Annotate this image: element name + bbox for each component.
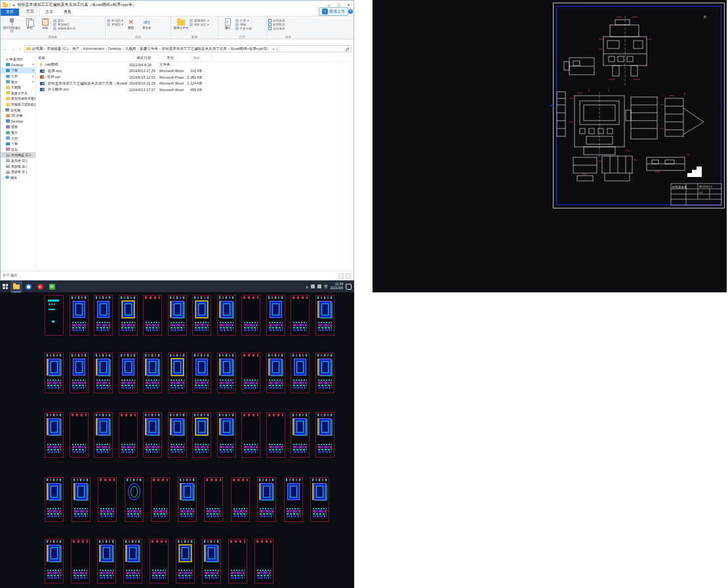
tab-home[interactable]: 主页 [20,7,40,16]
drawing-thumbnail[interactable] [217,295,236,336]
breadcrumb-item[interactable]: 此电脑 [32,47,43,50]
drawing-thumbnail[interactable] [228,539,247,583]
drawing-thumbnail[interactable] [123,539,142,583]
properties-button[interactable]: ✓ 属性 [220,18,235,29]
drawing-thumbnail[interactable] [168,295,187,336]
tab-share[interactable]: 共享 [40,9,58,16]
sidebar-item-智能双刃切割机床图[interactable]: 智能双刃切割机床图 [1,102,35,108]
drawing-thumbnail[interactable] [45,295,64,336]
drawing-thumbnail[interactable] [168,353,187,393]
open-button[interactable]: 打开▾ [235,19,252,22]
breadcrumb-item[interactable]: 本地磁盘 (C:) [47,47,68,50]
drawing-thumbnail[interactable] [266,353,285,393]
drawing-thumbnail[interactable] [119,353,138,393]
drawing-thumbnail[interactable] [45,477,64,522]
drawing-thumbnail[interactable] [70,295,89,336]
sidebar-section-快速访问[interactable]: ⌄★快速访问 [1,56,35,62]
drawing-thumbnail[interactable] [119,295,138,336]
drawing-thumbnail[interactable] [143,412,162,458]
quick-access-toolbar[interactable]: |▾ [10,3,15,7]
breadcrumb-item[interactable]: 新建文件夹 [140,47,158,50]
sidebar-item-视频[interactable]: 视频 [1,124,35,130]
sidebar-item-文档[interactable]: 文档 [1,135,35,141]
sidebar-item-黑群晖 (E:)[interactable]: 黑群晖 (E:) [1,163,35,169]
paste-button[interactable]: 粘贴 [37,18,53,29]
sidebar-item-下载[interactable]: 下载 [1,141,35,147]
column-header-size[interactable]: 大小 [191,54,212,61]
drawing-thumbnail[interactable] [284,477,303,522]
netdisk-upload-button[interactable]: ↑ 极速上传 [319,7,348,16]
file-row[interactable]: W软钳盖本体加工工艺编制及夹具加工仿真（有cad图纸+程序+ppt等）.doc2… [36,81,354,87]
drawing-thumbnail[interactable] [98,477,117,522]
drawing-thumbnail[interactable] [70,353,89,393]
file-row[interactable]: W外文翻译.doc2016/6/13 17:27Microsoft Word .… [36,87,354,93]
taskbar-file-explorer[interactable] [10,281,22,292]
tab-file[interactable]: 文件 [1,9,19,16]
drawing-thumbnail[interactable] [310,477,329,522]
sidebar-item-下载[interactable]: 下载 [1,68,35,73]
taskbar-app-green[interactable]: W [46,281,58,292]
sidebar-item-凡载图[interactable]: 凡载图 [1,85,35,90]
history-button[interactable]: 历史记录 [235,27,252,30]
breadcrumb-item[interactable]: Desktop [108,47,121,50]
breadcrumb-item[interactable]: 用户 [72,47,79,50]
drawing-thumbnail[interactable] [119,412,138,458]
sidebar-item-3D 对象[interactable]: 3D 对象 [1,113,35,119]
drawing-thumbnail[interactable] [125,477,144,522]
up-icon[interactable]: ↑ [17,47,23,51]
qat-customize-icon[interactable]: ▾ [13,3,15,7]
drawing-thumbnail[interactable] [204,477,223,522]
drawing-thumbnail[interactable] [71,477,91,522]
notification-center-icon[interactable] [346,284,352,290]
drawing-thumbnail[interactable] [178,477,197,522]
taskbar-app-red[interactable]: e [34,281,46,292]
column-header-date[interactable]: 修改日期 [134,54,165,61]
refresh-icon[interactable]: ⟳ [276,47,278,51]
drawing-thumbnail[interactable] [202,539,221,583]
pin-to-quick-access-button[interactable]: 固定到快速访问 [2,18,22,33]
drawing-thumbnail[interactable] [315,353,334,393]
forward-icon[interactable]: → [10,47,16,51]
start-button[interactable] [0,281,10,292]
sidebar-section-网络[interactable]: ⌄网络 [1,174,35,180]
sidebar-item-黑群晖 (F:)[interactable]: 黑群晖 (F:) [1,169,35,175]
file-row[interactable]: W程序.doc2016/6/13 17:25Microsoft Word ..3… [36,68,354,75]
help-icon[interactable]: ? [348,9,353,14]
drawing-thumbnail[interactable] [315,412,334,458]
drawing-thumbnail[interactable] [150,539,169,583]
drawing-thumbnail[interactable] [151,477,170,522]
sidebar-item-图片[interactable]: 图片 [1,130,35,136]
drawing-thumbnail[interactable] [94,295,113,336]
drawing-thumbnail[interactable] [143,353,162,393]
select-none-button[interactable]: 全部取消 [268,23,285,26]
qat-toggle-icon[interactable]: | [10,3,11,7]
copy-to-button[interactable]: 复制到▾ [107,23,123,26]
address-dropdown-icon[interactable]: ∨ [272,47,275,51]
breadcrumb-item[interactable]: 凡载图 [125,47,136,50]
breadcrumb-item[interactable]: 软钳盖本体加工工艺编制及夹具加工仿真（有cad图纸+程序+ppt等） [162,47,271,50]
easy-access-button[interactable]: 轻松访问▾ [190,23,209,26]
delete-button[interactable]: ✕ 删除 [123,18,139,29]
drawing-thumbnail[interactable] [192,353,211,393]
drawing-thumbnail[interactable] [168,412,187,458]
drawing-thumbnail[interactable] [241,353,260,393]
drawing-thumbnail[interactable] [176,539,195,583]
cut-button[interactable]: 剪切 [53,19,75,22]
drawing-thumbnail[interactable] [217,412,236,458]
drawing-thumbnail[interactable] [266,295,285,336]
sidebar-item-图片[interactable]: 图片 [1,79,35,85]
rename-button[interactable]: ab| 重命名 [139,18,155,29]
sidebar-item-音乐[interactable]: 音乐 [1,147,35,153]
sidebar-item-新建文件夹[interactable]: 新建文件夹 [1,90,35,96]
sidebar-section-此电脑[interactable]: ⌄此电脑 [1,107,35,113]
drawing-thumbnail[interactable] [241,412,260,458]
tray-icon-1[interactable] [311,284,315,288]
drawing-thumbnail[interactable] [143,295,162,336]
sidebar-item-新型电磁铁采暖炉图[interactable]: 新型电磁铁采暖炉图 [1,96,35,102]
drawing-thumbnail[interactable] [241,295,260,336]
sidebar-item-本地磁盘 (C:)[interactable]: 本地磁盘 (C:) [1,152,35,158]
sidebar-item-Desktop[interactable]: Desktop [1,62,35,68]
search-input[interactable] [279,45,352,52]
file-row[interactable]: P答辩.ppt2016/6/15 12:01Microsoft Powe...2… [36,74,354,81]
drawing-thumbnail[interactable] [315,295,334,336]
